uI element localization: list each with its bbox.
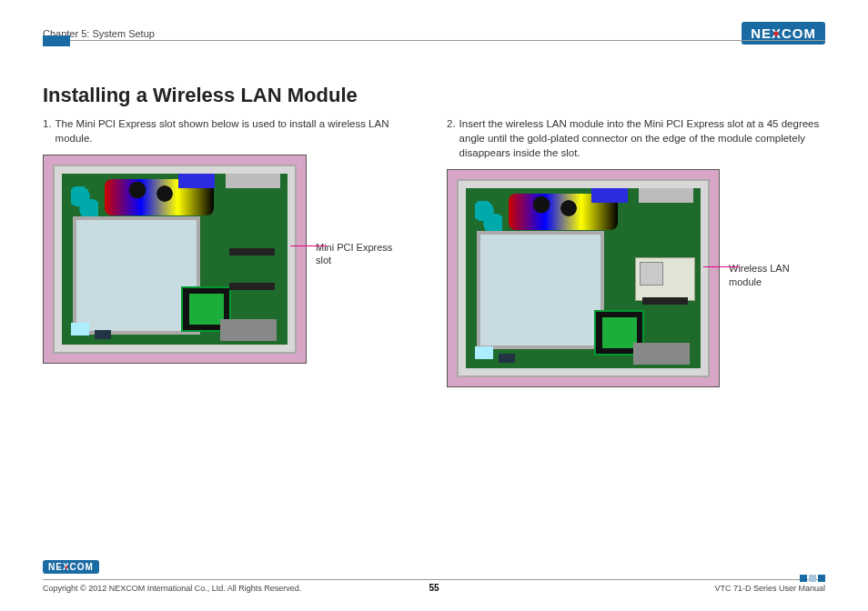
capacitors-icon	[71, 186, 98, 219]
logo-x-icon: X	[772, 25, 782, 41]
annotation-1: Mini PCI Express slot	[316, 241, 398, 267]
column-right: 2. Insert the wireless LAN module into t…	[447, 116, 825, 387]
io-port-icon-2	[639, 188, 693, 203]
card-slot-icon-2	[633, 343, 690, 365]
page-header: Chapter 5: System Setup NEXCOM	[43, 22, 825, 45]
mini-pci-slot2-icon	[229, 283, 275, 290]
mini-pci-slot-icon	[229, 248, 275, 255]
step-2-text: Insert the wireless LAN module into the …	[459, 116, 825, 160]
annotation-2: Wireless LAN module	[729, 262, 811, 288]
chassis-2	[457, 179, 710, 377]
board-photo-1	[43, 155, 307, 364]
component-icon	[71, 323, 89, 336]
page-number: 55	[429, 583, 439, 593]
main-content: Installing a Wireless LAN Module 1. The …	[43, 84, 825, 387]
wlan-module-icon	[635, 257, 695, 301]
board-photo-2	[447, 169, 720, 387]
nexcom-logo-bottom: NEXCOM	[43, 560, 99, 574]
component2-icon-2	[499, 354, 515, 363]
footer-rule	[43, 579, 825, 580]
io-port-icon	[226, 174, 280, 188]
page-footer: NEXCOM Copyright © 2012 NEXCOM Internati…	[43, 557, 825, 593]
logo-post: COM	[782, 25, 816, 41]
chassis	[53, 165, 297, 354]
figure-2: Wireless LAN module	[447, 169, 825, 387]
vga-port-icon-2	[591, 188, 628, 203]
step-1: 1. The Mini PCI Express slot shown below…	[43, 116, 421, 145]
card-slot-icon	[220, 319, 277, 341]
component-icon-2	[475, 346, 493, 359]
annotation-1-wrap: Mini PCI Express slot	[316, 155, 398, 267]
column-left: 1. The Mini PCI Express slot shown below…	[43, 116, 421, 387]
doc-title: VTC 71-D Series User Manual	[714, 584, 825, 593]
chip-green-icon	[189, 294, 224, 325]
page-title: Installing a Wireless LAN Module	[43, 84, 825, 107]
leader-line-icon	[290, 245, 327, 246]
chip-green-icon-2	[602, 317, 637, 348]
footer-squares-icon	[800, 575, 825, 582]
step-2: 2. Insert the wireless LAN module into t…	[447, 116, 825, 160]
vga-port-icon	[178, 174, 215, 188]
leader-line-icon-2	[703, 266, 740, 267]
figure-1: Mini PCI Express slot	[43, 155, 421, 364]
nexcom-logo-top: NEXCOM	[742, 22, 825, 45]
logo-pre: NE	[751, 25, 772, 41]
rule-block-icon	[43, 35, 70, 46]
cpu-heatsink-icon-2	[477, 231, 604, 349]
header-rule	[43, 40, 825, 41]
step-2-number: 2.	[447, 116, 456, 160]
capacitors-icon-2	[475, 201, 502, 234]
component2-icon	[95, 330, 111, 339]
columns: 1. The Mini PCI Express slot shown below…	[43, 116, 825, 387]
step-1-text: The Mini PCI Express slot shown below is…	[56, 116, 421, 145]
mini-pci-slot2-icon-2	[642, 297, 688, 305]
rule-line	[43, 40, 825, 41]
logo-x-icon-bottom: X	[63, 562, 70, 572]
annotation-2-wrap: Wireless LAN module	[729, 169, 811, 288]
step-1-number: 1.	[43, 116, 52, 145]
copyright-text: Copyright © 2012 NEXCOM International Co…	[43, 584, 301, 593]
